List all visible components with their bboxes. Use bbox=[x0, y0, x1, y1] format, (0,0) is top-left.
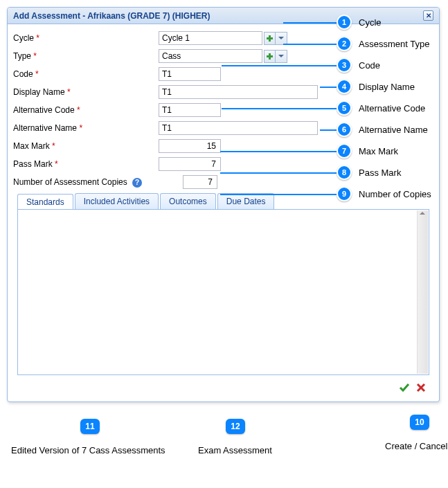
scrollbar[interactable] bbox=[417, 210, 428, 374]
alt-code-label: Alternative Code * bbox=[13, 105, 159, 115]
code-label: Code * bbox=[13, 69, 159, 79]
copies-input[interactable] bbox=[183, 175, 217, 189]
svg-rect-1 bbox=[267, 37, 273, 39]
callout-12-label: Exam Assessment bbox=[198, 445, 272, 455]
tabs: Standards Included Activities Outcomes D… bbox=[13, 193, 433, 209]
tab-outcomes[interactable]: Outcomes bbox=[160, 193, 216, 209]
dialog-title: Add Assessment - Afrikaans (GRADE 7) (HI… bbox=[13, 11, 210, 21]
dialog-footer bbox=[13, 379, 433, 397]
close-icon[interactable]: ✕ bbox=[423, 10, 433, 21]
chevron-down-icon bbox=[278, 55, 284, 57]
cycle-input[interactable] bbox=[159, 31, 262, 45]
help-icon[interactable]: ? bbox=[132, 178, 142, 188]
display-name-label: Display Name * bbox=[13, 87, 159, 97]
dialog-header: Add Assessment - Afrikaans (GRADE 7) (HI… bbox=[8, 8, 439, 24]
callout-11: 11 bbox=[80, 419, 100, 434]
type-dropdown-icon[interactable] bbox=[276, 50, 287, 63]
tab-standards[interactable]: Standards bbox=[17, 194, 73, 210]
add-assessment-dialog: Add Assessment - Afrikaans (GRADE 7) (HI… bbox=[7, 7, 440, 402]
tab-due-dates[interactable]: Due Dates bbox=[217, 193, 275, 209]
cycle-label: Cycle * bbox=[13, 33, 159, 43]
display-name-input[interactable] bbox=[159, 85, 318, 99]
pass-mark-label: Pass Mark * bbox=[13, 159, 159, 169]
alt-name-label: Alternative Name * bbox=[13, 123, 159, 133]
type-label: Type * bbox=[13, 51, 159, 61]
max-mark-input[interactable] bbox=[159, 139, 221, 153]
svg-rect-3 bbox=[267, 55, 273, 57]
form-body: Cycle * Type * Code * Di bbox=[8, 24, 439, 401]
alt-code-input[interactable] bbox=[159, 103, 221, 117]
type-add-icon[interactable] bbox=[264, 50, 276, 63]
callout-10: 10 bbox=[410, 415, 429, 430]
copies-label: Number of Assessment Copies ? bbox=[13, 177, 183, 188]
tab-content bbox=[17, 209, 429, 375]
tab-included-activities[interactable]: Included Activities bbox=[75, 193, 159, 209]
cycle-add-icon[interactable] bbox=[264, 32, 276, 45]
code-input[interactable] bbox=[159, 67, 221, 81]
chevron-down-icon bbox=[278, 37, 284, 39]
below-annotations: 10 Create / Cancel 11 Edited Version of … bbox=[7, 415, 440, 470]
callout-11-label: Edited Version of 7 Cass Assessments bbox=[11, 445, 165, 455]
cancel-icon[interactable] bbox=[415, 382, 427, 393]
max-mark-label: Max Mark * bbox=[13, 141, 159, 151]
callout-12: 12 bbox=[226, 419, 245, 434]
pass-mark-input[interactable] bbox=[159, 157, 221, 171]
callout-10-label: Create / Cancel bbox=[385, 441, 447, 451]
alt-name-input[interactable] bbox=[159, 121, 318, 135]
cycle-dropdown-icon[interactable] bbox=[276, 32, 287, 45]
type-input[interactable] bbox=[159, 49, 262, 63]
confirm-icon[interactable] bbox=[399, 382, 410, 393]
